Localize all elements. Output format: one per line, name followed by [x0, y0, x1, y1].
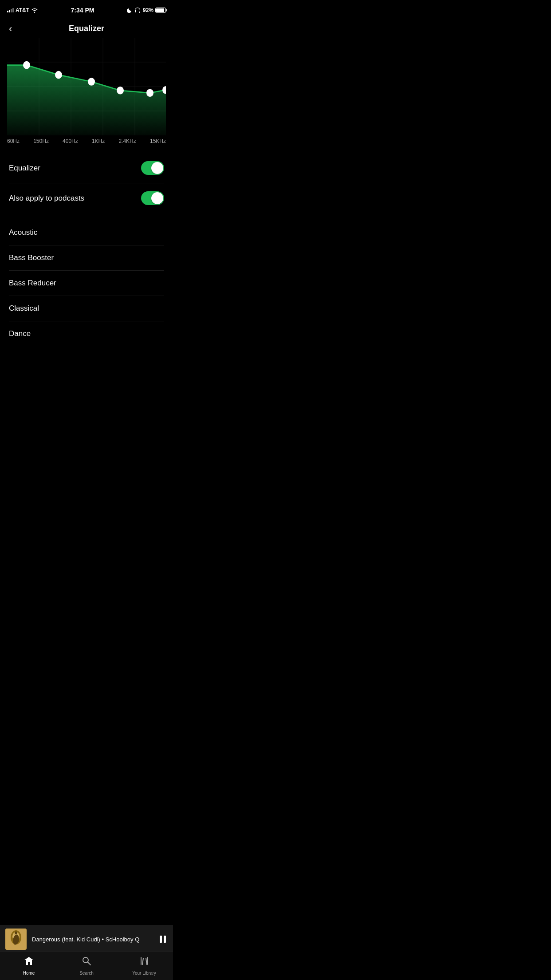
podcasts-toggle[interactable] [141, 191, 164, 205]
equalizer-toggle-row: Equalizer [9, 153, 164, 183]
preset-dance[interactable]: Dance [9, 321, 164, 346]
moon-icon [127, 8, 132, 13]
page-title: Equalizer [69, 24, 104, 33]
preset-bass-booster[interactable]: Bass Booster [9, 245, 164, 271]
eq-point-1khz[interactable] [117, 87, 124, 95]
eq-point-24khz[interactable] [146, 89, 153, 97]
signal-icon [7, 8, 14, 12]
equalizer-chart[interactable] [0, 38, 173, 135]
equalizer-toggle-knob [151, 162, 163, 174]
battery-percent: 92% [143, 7, 153, 13]
freq-150hz: 150Hz [33, 138, 49, 144]
podcasts-toggle-label: Also apply to podcasts [9, 194, 84, 203]
preset-bass-reducer[interactable]: Bass Reducer [9, 271, 164, 296]
equalizer-toggle-label: Equalizer [9, 164, 40, 173]
status-left: AT&T [7, 7, 38, 13]
podcasts-toggle-knob [151, 192, 163, 204]
equalizer-toggle[interactable] [141, 161, 164, 175]
eq-point-400hz[interactable] [88, 78, 95, 86]
headphone-icon [134, 7, 141, 13]
podcasts-toggle-row: Also apply to podcasts [9, 183, 164, 213]
freq-24khz: 2.4KHz [118, 138, 136, 144]
freq-1khz: 1KHz [92, 138, 105, 144]
back-button[interactable]: ‹ [7, 21, 14, 36]
eq-point-150hz[interactable] [55, 71, 62, 79]
freq-15khz: 15KHz [150, 138, 166, 144]
battery-icon [155, 8, 166, 13]
preset-acoustic[interactable]: Acoustic [9, 220, 164, 245]
status-time: 7:34 PM [71, 7, 94, 14]
settings-section: Equalizer Also apply to podcasts [0, 153, 173, 213]
wifi-icon [31, 8, 38, 13]
carrier-label: AT&T [16, 7, 29, 13]
freq-400hz: 400Hz [63, 138, 78, 144]
frequency-labels: 60Hz 150Hz 400Hz 1KHz 2.4KHz 15KHz [0, 135, 173, 144]
freq-60hz: 60Hz [7, 138, 20, 144]
status-bar: AT&T 7:34 PM 92% [0, 0, 173, 20]
header: ‹ Equalizer [0, 20, 173, 38]
eq-fill [7, 65, 166, 135]
eq-point-60hz[interactable] [23, 61, 30, 69]
preset-classical[interactable]: Classical [9, 296, 164, 321]
status-right: 92% [127, 7, 166, 13]
preset-list: Acoustic Bass Booster Bass Reducer Class… [0, 220, 173, 346]
